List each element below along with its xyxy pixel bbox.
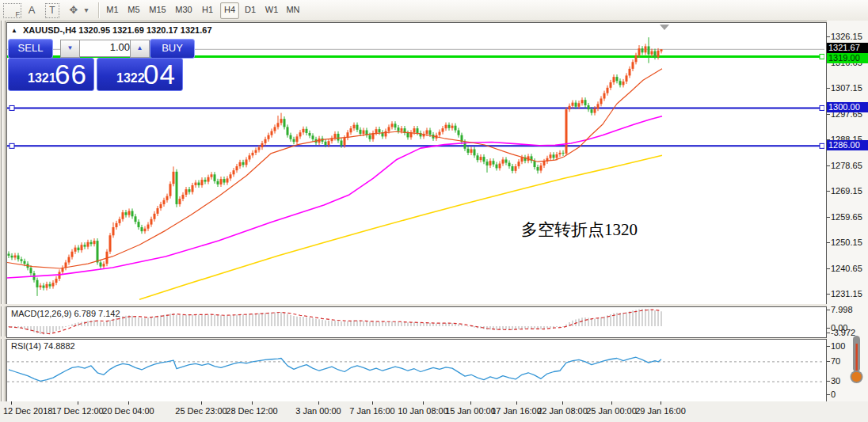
cursor-mode-icon[interactable]: ✥ (67, 3, 81, 17)
time-tick (252, 401, 253, 405)
time-tick (516, 401, 517, 405)
rsi-pane[interactable] (6, 339, 827, 403)
buy-price-small: 1322 (116, 71, 145, 86)
timeframe-button-m30[interactable]: M30 (173, 2, 195, 17)
price-badge: 1286.00 (827, 140, 868, 150)
ohlc-low: 1320.17 (147, 25, 178, 35)
ohlc-high: 1321.69 (112, 25, 144, 35)
toolbar-separator (98, 2, 100, 18)
macd-label: MACD(12,26,9) 6.789 7.142 (11, 309, 120, 318)
time-tick-label: 28 Dec 12:00 (223, 406, 281, 416)
rsi-plot (7, 340, 824, 401)
timeframe-button-m1[interactable]: M1 (104, 2, 121, 17)
time-tick (11, 401, 12, 405)
rsi-axis-label: 100 (831, 341, 845, 351)
rsi-axis-label: 70 (831, 356, 840, 366)
volume-decrease-button[interactable]: ▼ (60, 40, 80, 58)
time-tick-label: 29 Jan 16:00 (631, 406, 690, 416)
price-tick-label: 1240.65 (831, 264, 862, 273)
timeframe-button-w1[interactable]: W1 (263, 2, 280, 17)
price-badge: 1321.67 (827, 43, 868, 53)
thermometer-icon (847, 334, 866, 386)
chart-shift-icon[interactable]: F (3, 3, 21, 18)
collapse-panel-icon[interactable]: ▲ (11, 27, 17, 34)
price-tick-label: 1326.15 (831, 32, 862, 41)
macd-axis-label: 7.998 (831, 305, 853, 314)
sell-price-small: 1321 (28, 71, 56, 86)
rsi-axis-label: 30 (831, 376, 840, 386)
time-tick (470, 401, 471, 405)
time-tick-label: 7 Jan 16:00 (343, 406, 402, 416)
time-tick-label: 20 Dec 04:00 (99, 406, 158, 416)
price-tick-label: 1269.15 (831, 186, 862, 196)
rsi-axis-label: 0 (831, 390, 836, 399)
symbol-label: XAUUSD-,H4 (23, 25, 76, 35)
timeframe-button-m5[interactable]: M5 (125, 2, 143, 17)
time-tick-label: 12 Dec 2018 (3, 406, 52, 416)
timeframe-button-m15[interactable]: M15 (147, 2, 169, 17)
time-tick-label: 17 Dec 12:00 (48, 406, 107, 416)
time-tick (423, 401, 424, 405)
sell-price-box[interactable]: 1321 66 (8, 58, 94, 91)
mt4-window: F A T ✥ ▾ M1M5M15M30H1H4D1W1MN ▲ XAUUSD-… (0, 0, 868, 422)
time-axis[interactable]: 12 Dec 201817 Dec 12:0020 Dec 04:0025 De… (0, 401, 868, 422)
price-badge: 1319.00 (827, 53, 868, 63)
ohlc-close: 1321.67 (181, 25, 212, 35)
one-click-trading-panel: SELL ▼ 1.00 ▲ BUY 1321 66 1322 04 (8, 38, 185, 89)
price-tick-label: 1259.65 (831, 212, 862, 222)
timeframe-button-h1[interactable]: H1 (199, 2, 216, 17)
text-box-icon[interactable]: T (45, 3, 59, 18)
timeframe-button-h4[interactable]: H4 (220, 2, 239, 19)
buy-price-big: 04 (143, 59, 176, 90)
time-tick (78, 401, 78, 405)
toolbar: F A T ✥ ▾ M1M5M15M30H1H4D1W1MN (0, 0, 868, 21)
price-badge: 1300.00 (827, 102, 868, 112)
buy-button[interactable]: BUY (150, 39, 195, 59)
time-tick (562, 401, 563, 405)
macd-pane[interactable] (6, 306, 827, 338)
time-tick (611, 401, 612, 405)
buy-price-box[interactable]: 1322 04 (97, 58, 183, 91)
volume-increase-button[interactable]: ▲ (130, 40, 150, 58)
timeframe-button-mn[interactable]: MN (284, 2, 302, 17)
time-tick (372, 401, 373, 405)
price-tick-label: 1231.15 (831, 289, 862, 298)
price-tick-label: 1307.15 (831, 83, 862, 93)
price-tick-label: 1278.65 (831, 161, 862, 170)
cursor-dropdown-icon[interactable]: ▾ (82, 3, 91, 17)
chart-title: ▲ XAUUSD-,H4 1320.95 1321.69 1320.17 132… (11, 25, 212, 35)
macd-plot (7, 307, 824, 336)
rsi-label: RSI(14) 74.8882 (11, 341, 75, 351)
time-tick-label: 25 Dec 23:00 (172, 406, 230, 416)
sell-price-big: 66 (55, 59, 87, 90)
ohlc-open: 1320.95 (78, 25, 110, 35)
text-label-icon[interactable]: A (25, 3, 38, 17)
window-edge (0, 21, 6, 422)
time-tick (661, 401, 661, 405)
time-tick (128, 401, 129, 405)
time-tick-label: 3 Jan 00:00 (289, 406, 348, 416)
time-tick (201, 401, 202, 405)
trend-annotation: 多空转折点1320 (521, 219, 638, 241)
price-tick-label: 1250.15 (831, 238, 862, 247)
sell-button[interactable]: SELL (8, 39, 53, 59)
time-tick (318, 401, 319, 405)
timeframe-button-d1[interactable]: D1 (242, 2, 259, 17)
volume-input[interactable]: 1.00 (79, 40, 134, 57)
